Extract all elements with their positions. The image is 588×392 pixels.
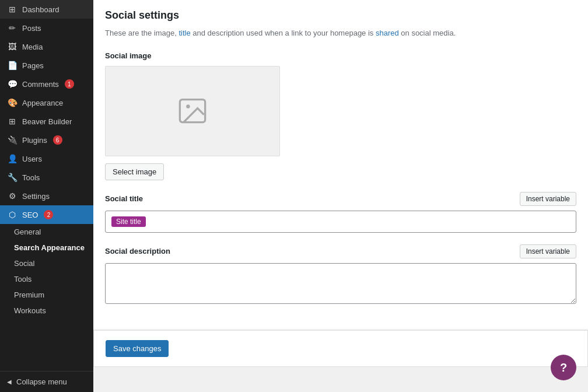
comments-badge: 1	[65, 79, 74, 89]
title-link[interactable]: title	[178, 29, 190, 37]
sidebar-item-posts[interactable]: ✏ Posts	[0, 19, 93, 37]
sidebar-label-users: Users	[22, 155, 42, 163]
save-changes-button[interactable]: Save changes	[106, 340, 169, 357]
sidebar-item-tools[interactable]: 🔧 Tools	[0, 168, 93, 187]
sidebar-label-plugins: Plugins	[22, 136, 47, 145]
sidebar-sub-general[interactable]: General	[0, 224, 93, 240]
settings-icon: ⚙	[7, 191, 18, 201]
sidebar-sub-label-social: Social	[14, 259, 34, 268]
sidebar-sub-label-premium: Premium	[14, 290, 44, 299]
sidebar-sub-search-appearance[interactable]: Search Appearance	[0, 240, 93, 256]
main-content: Social settings These are the image, tit…	[93, 0, 588, 392]
sidebar-item-settings[interactable]: ⚙ Settings	[0, 187, 93, 205]
sidebar-item-pages[interactable]: 📄 Pages	[0, 56, 93, 75]
users-icon: 👤	[7, 154, 18, 163]
image-placeholder	[105, 66, 280, 156]
seo-badge: 2	[44, 210, 53, 219]
sidebar-sub-premium[interactable]: Premium	[0, 287, 93, 303]
posts-icon: ✏	[7, 23, 18, 33]
image-placeholder-icon	[177, 96, 208, 126]
social-settings-section: Social settings These are the image, tit…	[93, 0, 588, 329]
collapse-menu-label: Collapse menu	[16, 377, 67, 386]
sidebar-sub-social[interactable]: Social	[0, 256, 93, 271]
appearance-icon: 🎨	[7, 98, 18, 107]
pages-icon: 📄	[7, 61, 18, 70]
help-button[interactable]: ?	[551, 355, 576, 380]
sidebar-label-comments: Comments	[22, 80, 59, 89]
sidebar-item-media[interactable]: 🖼 Media	[0, 37, 93, 56]
sidebar-label-beaver-builder: Beaver Builder	[22, 117, 72, 126]
social-description-label: Social description	[105, 247, 170, 256]
sidebar-sub-label-workouts: Workouts	[14, 306, 46, 315]
dashboard-icon: ⊞	[7, 5, 18, 14]
plugins-badge: 6	[53, 135, 62, 145]
section-title: Social settings	[105, 9, 576, 22]
sidebar-label-posts: Posts	[22, 24, 41, 33]
help-label: ?	[560, 361, 567, 374]
sidebar-sub-label-search-appearance: Search Appearance	[14, 243, 85, 252]
section-description: These are the image, title and descripti…	[105, 27, 576, 40]
sidebar-label-pages: Pages	[22, 61, 44, 70]
sidebar-item-dashboard[interactable]: ⊞ Dashboard	[0, 0, 93, 19]
sidebar-sub-tools[interactable]: Tools	[0, 271, 93, 287]
media-icon: 🖼	[7, 42, 18, 51]
comments-icon: 💬	[7, 79, 18, 89]
sidebar-sub-label-general: General	[14, 228, 41, 236]
sidebar-label-appearance: Appearance	[22, 99, 63, 107]
sidebar-item-seo[interactable]: ⬡ SEO 2	[0, 205, 93, 224]
site-title-tag[interactable]: Site title	[111, 216, 146, 227]
tools-icon: 🔧	[7, 173, 18, 182]
sidebar-label-seo: SEO	[22, 211, 38, 219]
social-image-label: Social image	[105, 51, 576, 60]
social-title-header: Social title Insert variable	[105, 192, 576, 206]
social-title-label: Social title	[105, 194, 143, 203]
social-title-input[interactable]: Site title	[105, 211, 576, 233]
social-title-insert-variable-button[interactable]: Insert variable	[520, 192, 576, 206]
collapse-arrow-icon: ◀	[7, 379, 12, 385]
svg-point-1	[186, 104, 190, 108]
sidebar-label-tools: Tools	[22, 173, 40, 182]
collapse-menu-button[interactable]: ◀ Collapse menu	[0, 371, 93, 392]
social-description-textarea[interactable]	[105, 263, 576, 304]
sidebar-sub-label-tools: Tools	[14, 275, 32, 284]
save-section: Save changes	[93, 330, 588, 367]
sidebar-item-plugins[interactable]: 🔌 Plugins 6	[0, 131, 93, 149]
seo-icon: ⬡	[7, 210, 18, 219]
sidebar: ⊞ Dashboard ✏ Posts 🖼 Media 📄 Pages 💬 Co…	[0, 0, 93, 392]
social-image-field: Social image Select image	[105, 51, 576, 180]
select-image-button[interactable]: Select image	[105, 163, 164, 180]
shared-link[interactable]: shared	[376, 29, 399, 37]
sidebar-label-settings: Settings	[22, 192, 50, 201]
sidebar-item-comments[interactable]: 💬 Comments 1	[0, 75, 93, 93]
sidebar-label-dashboard: Dashboard	[22, 5, 60, 14]
sidebar-label-media: Media	[22, 43, 43, 51]
plugins-icon: 🔌	[7, 135, 18, 145]
sidebar-item-beaver-builder[interactable]: ⊞ Beaver Builder	[0, 112, 93, 131]
beaver-builder-icon: ⊞	[7, 117, 18, 126]
social-title-field: Social title Insert variable Site title	[105, 192, 576, 233]
seo-active-arrow	[89, 210, 93, 219]
sidebar-item-appearance[interactable]: 🎨 Appearance	[0, 93, 93, 112]
sidebar-item-users[interactable]: 👤 Users	[0, 149, 93, 168]
sidebar-sub-workouts[interactable]: Workouts	[0, 303, 93, 318]
social-description-header: Social description Insert variable	[105, 244, 576, 258]
social-description-insert-variable-button[interactable]: Insert variable	[520, 244, 576, 258]
social-description-field: Social description Insert variable	[105, 244, 576, 306]
